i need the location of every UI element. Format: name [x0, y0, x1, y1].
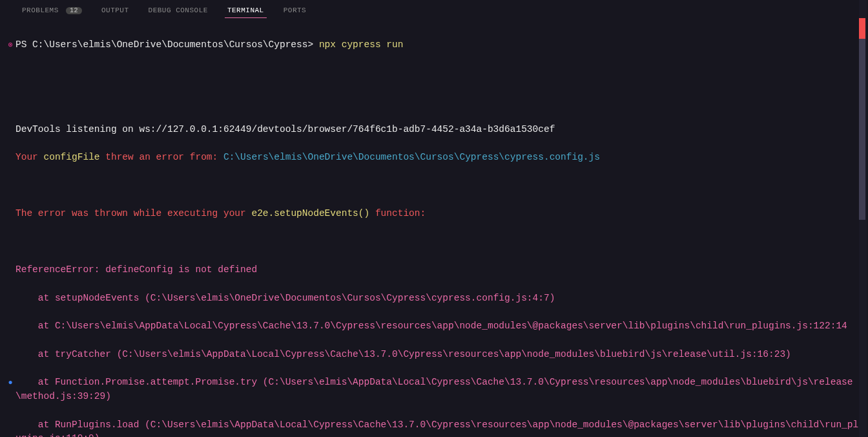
command-text: npx cypress run — [313, 39, 403, 50]
circle-error-icon: ⊗ — [5, 39, 16, 51]
blank-line — [8, 94, 862, 109]
text: function: — [369, 208, 426, 218]
prompt-line: ⊗PS C:\Users\elmis\OneDrive\Documentos\C… — [8, 38, 862, 52]
text: The error was thrown while executing you… — [16, 208, 251, 218]
scrollbar[interactable] — [859, 0, 867, 437]
stack-line: ● at Function.Promise.attempt.Promise.tr… — [8, 376, 862, 404]
tab-label: PROBLEMS — [22, 6, 59, 14]
blank-line — [8, 235, 862, 250]
devtools-line: DevTools listening on ws://127.0.0.1:624… — [8, 123, 862, 137]
tab-terminal[interactable]: TERMINAL — [225, 4, 267, 18]
text: Your — [16, 152, 44, 162]
scrollbar-error-marker[interactable] — [859, 18, 865, 41]
stack-line: ReferenceError: defineConfig is not defi… — [8, 263, 862, 277]
tab-debug-console[interactable]: DEBUG CONSOLE — [146, 4, 211, 18]
stack-line: at RunPlugins.load (C:\Users\elmis\AppDa… — [8, 418, 862, 438]
tab-output[interactable]: OUTPUT — [99, 4, 132, 18]
config-error-line: Your configFile threw an error from: C:\… — [8, 151, 862, 165]
circle-dot-icon: ● — [5, 377, 16, 389]
panel-tabs: PROBLEMS 12 OUTPUT DEBUG CONSOLE TERMINA… — [0, 0, 868, 19]
scrollbar-thumb[interactable] — [859, 39, 865, 220]
stack-line: at tryCatcher (C:\Users\elmis\AppData\Lo… — [8, 348, 862, 362]
text: configFile — [44, 152, 100, 162]
prompt-prefix: PS — [16, 39, 32, 50]
stack-line: at C:\Users\elmis\AppData\Local\Cypress\… — [8, 319, 862, 334]
blank-line — [8, 67, 862, 81]
text: threw an error from: — [100, 152, 223, 162]
tab-problems[interactable]: PROBLEMS 12 — [19, 4, 85, 18]
text: e2e.setupNodeEvents() — [251, 208, 369, 218]
text: C:\Users\elmis\OneDrive\Documentos\Curso… — [223, 152, 600, 162]
text: at Function.Promise.attempt.Promise.try … — [16, 377, 853, 401]
tab-ports[interactable]: PORTS — [281, 4, 309, 18]
problems-badge: 12 — [66, 7, 82, 14]
terminal-output[interactable]: ⊗PS C:\Users\elmis\OneDrive\Documentos\C… — [0, 19, 868, 438]
config-error-line2: The error was thrown while executing you… — [8, 207, 862, 221]
stack-line: at setupNodeEvents (C:\Users\elmis\OneDr… — [8, 292, 862, 306]
prompt-path: C:\Users\elmis\OneDrive\Documentos\Curso… — [32, 39, 313, 50]
blank-line — [8, 179, 862, 193]
